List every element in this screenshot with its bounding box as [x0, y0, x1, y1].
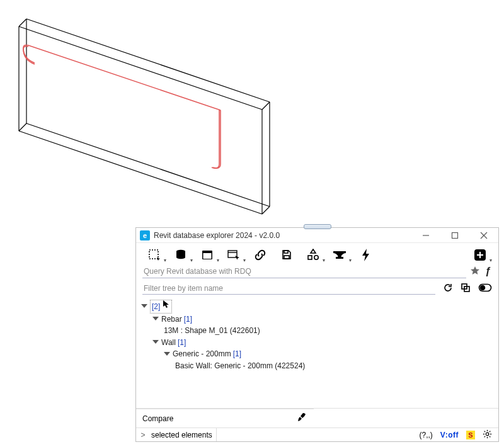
svg-line-7: [262, 207, 270, 214]
svg-line-0: [26, 19, 270, 102]
shapes-button[interactable]: ▾: [306, 248, 320, 262]
svg-line-4: [26, 123, 270, 207]
svg-line-42: [484, 436, 486, 437]
caret-icon[interactable]: [164, 352, 170, 356]
views-button[interactable]: ▾: [200, 248, 214, 262]
bottom-bar: Compare > selected elements (?,,) V:off …: [136, 408, 498, 441]
toggle-icon[interactable]: [478, 283, 492, 294]
svg-rect-20: [203, 253, 212, 259]
svg-point-33: [481, 285, 485, 290]
tree-row-rebar-item[interactable]: 13M : Shape M_01 (422601): [141, 325, 493, 337]
compare-row[interactable]: Compare: [136, 409, 314, 427]
titlebar: e Revit database explorer 2024 - v2.0.0: [136, 228, 498, 243]
app-icon: e: [140, 230, 150, 240]
svg-rect-13: [452, 232, 458, 238]
filter-row: [136, 278, 498, 297]
filter-input[interactable]: [142, 282, 435, 295]
selection-tool-button[interactable]: ▾: [147, 248, 161, 262]
svg-rect-23: [284, 251, 288, 253]
toolbar: ▾ ▾ ▾ ▾: [136, 243, 498, 264]
svg-line-5: [19, 131, 262, 214]
status-breadcrumb[interactable]: selected elements: [147, 428, 217, 441]
status-voff[interactable]: V:off: [437, 428, 462, 441]
svg-line-2: [19, 19, 26, 26]
database-button[interactable]: ▾: [174, 248, 188, 262]
dock-grip[interactable]: [304, 224, 331, 229]
s-label: S: [466, 431, 475, 439]
count-label: [1]: [178, 337, 186, 349]
caret-icon[interactable]: [141, 304, 147, 308]
svg-line-1: [19, 26, 262, 110]
status-s[interactable]: S: [462, 428, 479, 441]
count-label: [1]: [233, 348, 241, 360]
type-label: Generic - 200mm: [173, 348, 231, 360]
tree-root-row[interactable]: [2]: [141, 300, 493, 314]
link-button[interactable]: [253, 248, 267, 262]
refresh-icon[interactable]: [443, 283, 453, 295]
paren-label: (?,,): [419, 431, 432, 439]
status-settings[interactable]: [479, 428, 496, 441]
caret-icon[interactable]: [152, 340, 159, 344]
breadcrumb-label: selected elements: [151, 431, 212, 439]
pointer-icon: [163, 300, 170, 312]
tree-row-wall[interactable]: Wall[1]: [141, 337, 493, 349]
count-label: [1]: [184, 314, 192, 325]
copy-icon[interactable]: [461, 283, 471, 295]
caret-icon[interactable]: [152, 317, 159, 320]
events-button[interactable]: [359, 248, 373, 262]
tree-row-wall-item[interactable]: Basic Wall: Generic - 200mm (422524): [141, 360, 493, 372]
brush-icon[interactable]: [296, 412, 307, 425]
svg-point-26: [314, 256, 318, 259]
pick-element-button[interactable]: ▾: [227, 248, 241, 262]
svg-line-39: [484, 431, 486, 432]
minimize-button[interactable]: [411, 228, 440, 243]
voff-label: V:off: [440, 431, 459, 439]
tree-row-rebar[interactable]: Rebar[1]: [141, 314, 493, 325]
svg-line-3: [262, 102, 270, 110]
query-input[interactable]: [142, 264, 466, 278]
svg-rect-16: [149, 250, 158, 259]
item-label: 13M : Shape M_01 (422601): [164, 325, 260, 337]
app-window: e Revit database explorer 2024 - v2.0.0 …: [135, 227, 499, 442]
favorite-icon[interactable]: [470, 266, 480, 278]
function-icon[interactable]: ƒ: [484, 266, 492, 277]
item-label: Basic Wall: Generic - 200mm (422524): [175, 360, 305, 372]
svg-line-41: [490, 431, 491, 432]
close-button[interactable]: [469, 228, 498, 243]
gear-icon: [483, 429, 492, 441]
status-bar: > selected elements (?,,) V:off S: [136, 427, 498, 441]
save-button[interactable]: [280, 248, 294, 262]
svg-line-6: [19, 123, 26, 131]
prompt-icon: >: [139, 431, 147, 439]
status-paren[interactable]: (?,,): [415, 428, 436, 441]
anvil-icon[interactable]: ▾: [333, 248, 346, 262]
category-label: Wall: [161, 337, 176, 349]
window-title: Revit database explorer 2024 - v2.0.0: [154, 231, 280, 240]
compare-label: Compare: [142, 414, 173, 423]
tree-view[interactable]: [2] Rebar[1] 13M : Shape M_01 (422601) W…: [136, 297, 498, 408]
svg-point-34: [486, 433, 489, 436]
tree-row-wall-type[interactable]: Generic - 200mm[1]: [141, 348, 493, 360]
svg-rect-24: [284, 256, 289, 259]
add-button[interactable]: ▾: [473, 248, 487, 262]
query-row: ƒ: [136, 264, 498, 278]
category-label: Rebar: [161, 314, 182, 325]
svg-line-40: [490, 436, 491, 437]
root-count: [2]: [152, 301, 160, 313]
svg-rect-25: [308, 256, 312, 259]
maximize-button[interactable]: [440, 228, 469, 243]
